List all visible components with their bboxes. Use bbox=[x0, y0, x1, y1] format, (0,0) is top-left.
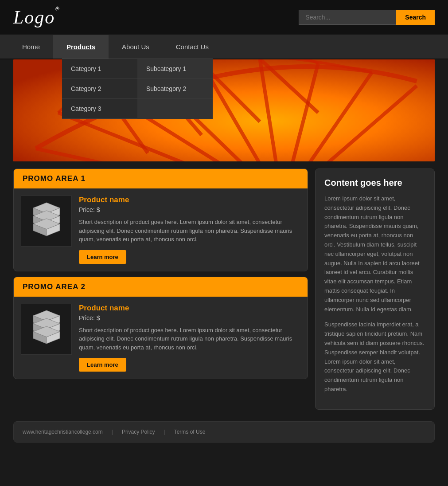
nav-link-contact[interactable]: Contact Us bbox=[163, 35, 222, 59]
product1-icon bbox=[21, 196, 72, 247]
promo1-header: PROMO AREA 1 bbox=[14, 169, 308, 188]
nav-link-products[interactable]: Products bbox=[53, 35, 109, 59]
nav-list: Home Products About Us Contact Us bbox=[0, 35, 448, 59]
stacked-layers-icon-2 bbox=[27, 309, 66, 349]
nav-link-home[interactable]: Home bbox=[9, 35, 53, 59]
promo-area-2: PROMO AREA 2 bbox=[13, 277, 308, 380]
stacked-layers-icon bbox=[27, 201, 66, 241]
sidebar-para2: Suspendisse lacinia imperdiet erat, a tr… bbox=[324, 320, 425, 394]
footer: www.heritagechristiancollege.com | Priva… bbox=[13, 421, 435, 443]
logo-label: Logo bbox=[13, 7, 55, 27]
promo1-product-price: Price: $ bbox=[79, 206, 300, 213]
sidebar-para1: Lorem ipsum dolor sit amet, consectetur … bbox=[324, 194, 425, 314]
main-content: PROMO AREA 1 bbox=[0, 161, 448, 417]
dropdown-menu: Category 1 Category 2 Category 3 Subcate… bbox=[62, 59, 213, 119]
sidebar-item-contact[interactable]: Contact Us bbox=[163, 35, 222, 59]
promo1-title: PROMO AREA 1 bbox=[23, 174, 86, 183]
search-area: Search bbox=[299, 10, 435, 25]
dropdown-item-cat2[interactable]: Category 2 bbox=[62, 79, 137, 99]
promo2-product-info: Product name Price: $ Short description … bbox=[79, 304, 300, 372]
sidebar-item-about[interactable]: About Us bbox=[109, 35, 163, 59]
sidebar-item-home[interactable]: Home bbox=[9, 35, 53, 59]
navbar: Home Products About Us Contact Us Catego… bbox=[0, 35, 448, 59]
search-button[interactable]: Search bbox=[396, 10, 435, 25]
product2-icon bbox=[21, 304, 72, 355]
promo1-product-desc: Short description of product goes here. … bbox=[79, 218, 300, 244]
logo-star-icon: ✳ bbox=[54, 5, 60, 12]
promo2-learn-more-button[interactable]: Learn more bbox=[79, 358, 126, 372]
promo1-product-info: Product name Price: $ Short description … bbox=[79, 196, 300, 264]
nav-link-about[interactable]: About Us bbox=[109, 35, 163, 59]
search-input[interactable] bbox=[299, 10, 396, 25]
dropdown-col1: Category 1 Category 2 Category 3 bbox=[62, 59, 137, 119]
footer-link-terms[interactable]: Terms of Use bbox=[174, 429, 206, 435]
sidebar-item-products[interactable]: Products bbox=[53, 35, 109, 59]
sidebar-title: Content goes here bbox=[324, 178, 425, 188]
promo2-header: PROMO AREA 2 bbox=[14, 277, 308, 297]
dropdown-item-subcat1[interactable]: Subcategory 1 bbox=[137, 59, 213, 79]
promo2-product-price: Price: $ bbox=[79, 314, 300, 321]
promo2-title: PROMO AREA 2 bbox=[23, 282, 86, 291]
left-column: PROMO AREA 1 bbox=[13, 169, 308, 410]
dropdown-item-cat1[interactable]: Category 1 bbox=[62, 59, 137, 79]
promo-area-1: PROMO AREA 1 bbox=[13, 169, 308, 271]
promo2-product-name: Product name bbox=[79, 304, 300, 313]
footer-link-privacy[interactable]: Privacy Policy bbox=[122, 429, 155, 435]
promo1-body: Product name Price: $ Short description … bbox=[14, 188, 308, 271]
dropdown-col2: Subcategory 1 Subcategory 2 bbox=[137, 59, 213, 119]
header: Logo✳ Search bbox=[0, 0, 448, 35]
logo: Logo✳ bbox=[13, 7, 55, 28]
dropdown-item-cat3[interactable]: Category 3 bbox=[62, 99, 137, 119]
right-column: Content goes here Lorem ipsum dolor sit … bbox=[315, 169, 435, 410]
footer-link-website[interactable]: www.heritagechristiancollege.com bbox=[23, 429, 103, 435]
promo2-product-desc: Short description of product goes here. … bbox=[79, 326, 300, 352]
promo1-product-name: Product name bbox=[79, 196, 300, 204]
promo2-body: Product name Price: $ Short description … bbox=[14, 297, 308, 379]
logo-area: Logo✳ bbox=[13, 7, 55, 28]
dropdown-item-subcat2[interactable]: Subcategory 2 bbox=[137, 79, 213, 99]
promo1-learn-more-button[interactable]: Learn more bbox=[79, 250, 126, 264]
